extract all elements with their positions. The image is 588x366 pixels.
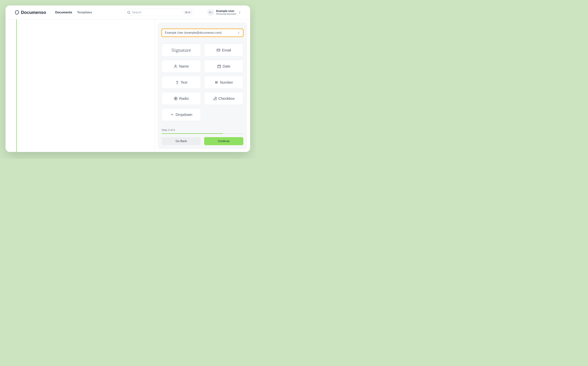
- field-email[interactable]: Email: [204, 44, 243, 57]
- field-dropdown[interactable]: Dropdown: [162, 108, 201, 121]
- avatar: EU: [207, 9, 214, 16]
- field-date[interactable]: Date: [204, 60, 243, 73]
- svg-point-0: [128, 11, 130, 13]
- field-number[interactable]: Number: [204, 76, 243, 89]
- logo-icon: [15, 10, 19, 15]
- mail-icon: [217, 48, 220, 52]
- search-shortcut: ⌘+K: [184, 10, 192, 14]
- chevron-up-down-icon: [238, 11, 241, 14]
- svg-rect-3: [218, 65, 221, 68]
- field-text[interactable]: Text: [162, 76, 201, 89]
- type-icon: [175, 80, 179, 84]
- nav-templates[interactable]: Templates: [77, 11, 92, 14]
- fields-grid: Signature Email Name: [162, 44, 243, 121]
- user-icon: [174, 64, 178, 68]
- search-icon: [127, 11, 131, 14]
- field-radio[interactable]: Radio: [162, 92, 201, 105]
- progress-fill: [162, 133, 223, 134]
- hash-icon: [214, 80, 218, 84]
- content-area: Example User (example@documenso.com) Sig…: [6, 19, 250, 152]
- calendar-icon: [217, 64, 221, 68]
- checkbox-icon: [213, 97, 217, 100]
- step-label: Step 3 of 4: [162, 128, 243, 131]
- account-name: Example User: [216, 9, 236, 12]
- brand-logo[interactable]: Documenso: [15, 10, 46, 15]
- account-sub: Personal Account: [216, 12, 236, 15]
- search-bar[interactable]: ⌘+K: [125, 9, 194, 16]
- field-checkbox[interactable]: Checkbox: [204, 92, 243, 105]
- signer-select[interactable]: Example User (example@documenso.com): [162, 29, 243, 37]
- go-back-button[interactable]: Go Back: [162, 137, 201, 145]
- radio-icon: [174, 97, 178, 100]
- app-window: Documenso Documents Templates ⌘+K EU Exa…: [6, 6, 250, 152]
- top-bar: Documenso Documents Templates ⌘+K EU Exa…: [6, 6, 250, 19]
- chevron-down-icon: [170, 113, 174, 117]
- account-menu[interactable]: EU Example User Personal Account: [207, 9, 241, 16]
- field-name[interactable]: Name: [162, 60, 201, 73]
- progress-bar: [162, 133, 243, 134]
- signature-label: Signature: [171, 47, 191, 53]
- fields-sidebar: Example User (example@documenso.com) Sig…: [155, 19, 250, 152]
- signer-label: Example User (example@documenso.com): [165, 31, 222, 34]
- chevron-up-down-icon: [238, 31, 240, 34]
- document-edge-marker: [16, 19, 17, 152]
- nav-documents[interactable]: Documents: [55, 11, 72, 14]
- search-input[interactable]: [132, 11, 182, 14]
- document-canvas[interactable]: [6, 19, 155, 152]
- svg-point-2: [175, 65, 176, 66]
- brand-name: Documenso: [21, 10, 46, 15]
- main-nav: Documents Templates: [55, 11, 92, 14]
- step-actions: Go Back Continue: [162, 137, 243, 145]
- step-footer: Step 3 of 4 Go Back Continue: [162, 125, 243, 145]
- field-signature[interactable]: Signature: [162, 44, 201, 57]
- continue-button[interactable]: Continue: [204, 137, 243, 145]
- svg-point-5: [175, 98, 176, 99]
- fields-panel: Example User (example@documenso.com) Sig…: [158, 23, 247, 149]
